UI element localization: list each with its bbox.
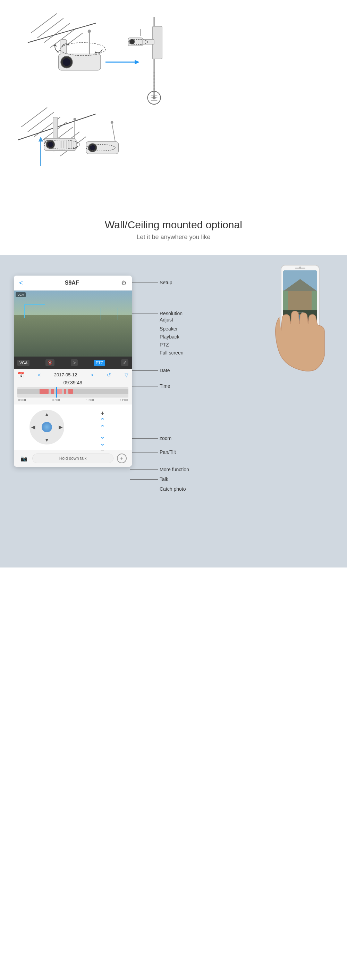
video-resolution-label: VGA — [16, 292, 26, 297]
ptz-zoom-section: ▲ ▼ ◀ ▶ + ⌃⌃ ⌄⌄ − — [14, 404, 132, 450]
ptz-right[interactable]: ▶ — [59, 424, 62, 430]
detection-box-2 — [101, 308, 118, 320]
svg-point-53 — [74, 118, 76, 120]
svg-line-31 — [21, 107, 47, 127]
svg-line-62 — [112, 124, 115, 142]
playback-bar: 📅 < 2017-05-12 > ↺ ▽ 09:39:49 — [14, 369, 132, 404]
speaker-label: Speaker — [160, 326, 177, 331]
svg-line-1 — [38, 18, 63, 38]
zoom-annotation: zoom — [130, 436, 171, 441]
setup-annotation: Setup — [130, 280, 173, 285]
svg-point-42 — [48, 142, 53, 147]
detection-box-1 — [24, 304, 45, 318]
talk-label: Talk — [160, 476, 168, 482]
catch-photo-label: Catch photo — [160, 486, 186, 492]
fullscreen-button[interactable]: ⤢ — [121, 360, 128, 366]
date-label: Date — [160, 368, 170, 373]
svg-marker-17 — [135, 60, 139, 64]
time-label: Time — [160, 383, 170, 389]
speaker-annotation: Speaker — [130, 326, 177, 331]
timeline[interactable] — [17, 387, 128, 398]
fullscreen-label: Full screen — [160, 350, 183, 355]
more-function-label: More function — [160, 467, 189, 472]
timeline-labels: 08:00 09:00 10:00 11:00 — [17, 398, 128, 402]
svg-line-32 — [28, 112, 54, 132]
fullscreen-annotation: Full screen — [130, 350, 183, 355]
svg-line-0 — [31, 14, 57, 33]
zoom-plus-label: + — [101, 410, 105, 417]
app-title: S9AF — [65, 280, 79, 286]
zoom-pad[interactable]: + ⌃⌃ ⌄⌄ − — [89, 410, 116, 444]
ptz-up[interactable]: ▲ — [44, 412, 49, 417]
svg-rect-39 — [53, 117, 58, 140]
vga-button[interactable]: VGA — [17, 360, 30, 366]
catch-photo-annotation: Catch photo — [130, 486, 186, 492]
svg-point-61 — [90, 145, 95, 151]
camera-diagram-section — [0, 0, 347, 208]
time-display: 09:39:49 — [17, 380, 128, 385]
playback-button[interactable]: ▷ — [71, 360, 78, 366]
date-annotation: Date — [130, 368, 170, 373]
bottom-bar: 📷 Hold down talk + — [14, 450, 132, 467]
svg-marker-55 — [38, 137, 43, 142]
setup-label: Setup — [160, 280, 173, 285]
ptz-pad[interactable]: ▲ ▼ ◀ ▶ — [30, 410, 64, 444]
zoom-in-button[interactable]: ⌃⌃ — [100, 417, 106, 431]
calendar-icon: 📅 — [17, 372, 24, 378]
ptz-button[interactable]: PTZ — [94, 360, 105, 366]
svg-point-12 — [60, 43, 106, 56]
next-date-button[interactable]: > — [90, 372, 93, 378]
app-header: < S9AF ⚙ — [14, 275, 132, 291]
svg-point-63 — [111, 121, 113, 124]
zoom-out-button[interactable]: ⌄⌄ — [100, 433, 106, 447]
more-function-annotation: More function — [130, 467, 189, 472]
app-demo-section: < S9AF ⚙ VGA VGA 🔇 ▷ PTZ ⤢ — [0, 255, 347, 568]
ptz-label: PTZ — [160, 342, 169, 347]
svg-point-11 — [88, 30, 91, 33]
mounting-subtitle: Let it be anywhere you like — [7, 234, 340, 241]
pantilt-label: Pan/Tilt — [160, 449, 176, 455]
time-annotation: Time — [130, 383, 170, 389]
catch-photo-button[interactable]: 📷 — [19, 453, 29, 463]
playback-label: Playback — [160, 334, 179, 339]
date-display: 2017-05-12 — [54, 372, 78, 377]
talk-button[interactable]: Hold down talk — [32, 453, 114, 463]
zoom-label: zoom — [160, 436, 171, 441]
more-function-button[interactable]: + — [117, 453, 127, 463]
zoom-minus-label: − — [101, 447, 105, 454]
playback-annotation: Playback — [130, 334, 179, 339]
controls-bar: VGA 🔇 ▷ PTZ ⤢ — [14, 356, 132, 369]
ptz-annotation: PTZ — [130, 342, 169, 347]
app-mockup: < S9AF ⚙ VGA VGA 🔇 ▷ PTZ ⤢ — [14, 275, 132, 467]
prev-date-button[interactable]: < — [38, 372, 41, 378]
pantilt-annotation: Pan/Tilt — [130, 449, 176, 455]
ptz-center[interactable] — [42, 422, 52, 432]
resolution-annotation: ResolutionAdjust — [130, 310, 182, 323]
svg-point-9 — [63, 58, 70, 66]
ptz-down[interactable]: ▼ — [44, 437, 49, 443]
date-nav: 📅 < 2017-05-12 > ↺ ▽ — [17, 372, 128, 378]
video-feed: VGA — [14, 291, 132, 356]
talk-annotation: Talk — [130, 476, 168, 482]
settings-icon[interactable]: ⚙ — [121, 279, 127, 287]
ptz-left[interactable]: ◀ — [31, 424, 35, 430]
back-button[interactable]: < — [19, 279, 23, 287]
filter-button[interactable]: ▽ — [125, 372, 128, 378]
mounting-section: Wall/Ceiling mounted optional Let it be … — [0, 208, 347, 255]
refresh-button[interactable]: ↺ — [107, 372, 111, 378]
speaker-button[interactable]: 🔇 — [46, 360, 54, 366]
resolution-label: ResolutionAdjust — [160, 310, 182, 323]
mounting-title: Wall/Ceiling mounted optional — [7, 219, 340, 231]
